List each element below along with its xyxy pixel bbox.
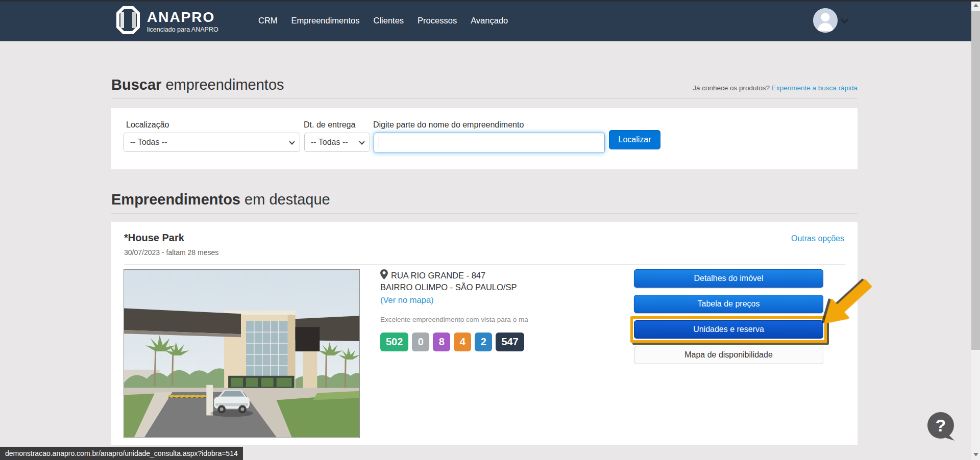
chevron-down-icon [359, 139, 364, 144]
window-top-border [0, 0, 980, 2]
search-section-header: Buscar empreendimentos Já conhece os pro… [111, 76, 857, 99]
search-title: Buscar empreendimentos [111, 76, 284, 93]
svg-text:?: ? [936, 416, 946, 435]
scroll-up-icon[interactable] [973, 4, 978, 7]
menu-item-processos[interactable]: Processos [418, 16, 457, 25]
view-on-map-link[interactable]: (Ver no mapa) [380, 295, 434, 305]
map-pin-icon [380, 269, 388, 282]
chevron-down-icon [289, 139, 295, 144]
badge-gray: 0 [412, 333, 429, 351]
unit-count-badges: 502 0 8 4 2 547 [380, 333, 524, 351]
location-label: Localização [126, 120, 169, 130]
brand-subtitle: licenciado para ANAPRO [147, 26, 218, 33]
badge-total: 547 [496, 333, 524, 351]
address-line1-row: RUA RIO GRANDE - 847 [380, 269, 485, 282]
property-image[interactable] [124, 269, 360, 438]
search-panel: Localização -- Todas -- Dt. de entrega -… [111, 108, 857, 169]
featured-title: Empreendimentos em destaque [111, 191, 330, 208]
badge-orange: 4 [454, 333, 471, 351]
user-avatar [813, 8, 838, 33]
menu-item-empreendimentos[interactable]: Empreendimentos [291, 16, 360, 25]
address-line1: RUA RIO GRANDE - 847 [391, 271, 485, 280]
quick-search-link[interactable]: Experimente a busca rápida [772, 84, 857, 92]
anapro-logo-icon [116, 6, 140, 36]
brand[interactable]: ANAPRO licenciado para ANAPRO [116, 6, 218, 36]
link-target-statusbar: demonstracao.anapro.com.br/anapro/unidad… [0, 447, 243, 460]
property-name: *House Park [124, 232, 184, 244]
details-button[interactable]: Detalhes do imóvel [634, 269, 823, 288]
badge-available: 502 [380, 333, 408, 351]
localizar-button[interactable]: Localizar [609, 130, 660, 149]
vertical-scrollbar[interactable] [971, 0, 980, 460]
main-menu: CRM Empreendimentos Clientes Processos A… [258, 0, 508, 41]
user-menu[interactable] [813, 8, 847, 33]
property-description: Excelente empreendimento com vista para … [380, 316, 528, 323]
featured-section-header: Empreendimentos em destaque [111, 191, 857, 214]
property-card: *House Park 30/07/2023 - faltam 28 meses… [111, 222, 857, 445]
menu-item-avancado[interactable]: Avançado [471, 16, 508, 25]
name-search-label: Digite parte do nome do empreendimento [373, 120, 524, 130]
price-table-button[interactable]: Tabela de preços [634, 295, 823, 313]
address-line2: BAIRRO OLIMPO - SÃO PAULO/SP [380, 283, 517, 292]
divider [124, 264, 845, 265]
quick-search-hint: Já conhece os produtos? Experimente a bu… [693, 84, 857, 93]
menu-item-clientes[interactable]: Clientes [373, 16, 404, 25]
navbar: ANAPRO licenciado para ANAPRO CRM Empree… [0, 0, 980, 41]
location-select[interactable]: -- Todas -- [124, 133, 300, 152]
help-button[interactable]: ? [926, 412, 956, 441]
other-options-link[interactable]: Outras opções [791, 234, 844, 243]
delivery-date-label: Dt. de entrega [304, 120, 355, 130]
delivery-date-select[interactable]: -- Todas -- [304, 133, 370, 152]
badge-blue: 2 [475, 333, 492, 351]
availability-map-button[interactable]: Mapa de disponibilidade [634, 346, 823, 364]
brand-name: ANAPRO [147, 10, 218, 25]
text-cursor [379, 137, 379, 149]
menu-item-crm[interactable]: CRM [258, 16, 278, 25]
badge-purple: 8 [433, 333, 450, 351]
scrollbar-thumb[interactable] [971, 11, 980, 350]
name-search-input[interactable] [374, 133, 605, 153]
chevron-down-icon [841, 15, 849, 23]
scroll-down-icon[interactable] [973, 453, 978, 456]
units-reserve-button[interactable]: Unidades e reserva [634, 320, 823, 339]
property-delivery-info: 30/07/2023 - faltam 28 meses [124, 248, 218, 257]
